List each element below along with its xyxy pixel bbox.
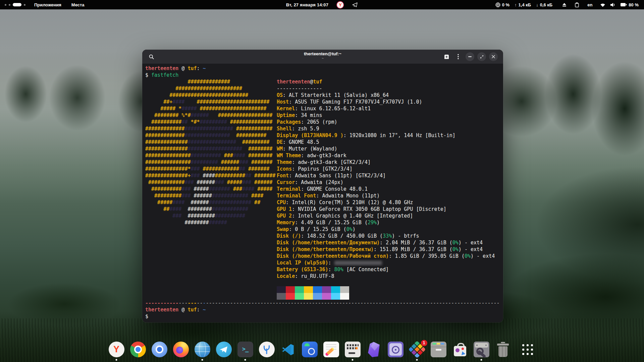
files-cabinet-icon	[431, 342, 446, 357]
password-safe-icon	[388, 342, 404, 357]
software-store-bag-icon	[452, 342, 468, 357]
keyboard-layout[interactable]: en	[587, 2, 592, 7]
running-indicator	[202, 359, 203, 361]
terminal-window: therteenten@tuf:~ ~	[142, 50, 503, 322]
running-indicator	[416, 359, 418, 361]
workspace-active-pill[interactable]	[13, 3, 21, 6]
battery-icon	[621, 3, 627, 6]
chromium-icon	[152, 342, 167, 357]
net-down-indicator[interactable]: ↓0,6 кБ	[536, 2, 552, 7]
workspace-dot[interactable]	[9, 4, 10, 6]
telegram-tray-icon[interactable]	[352, 2, 358, 7]
dock-item-vscode[interactable]	[280, 342, 296, 357]
arrow-up-icon: ↑	[515, 2, 517, 7]
workspace-dot[interactable]	[5, 4, 6, 6]
dock-item-coral-web-app[interactable]	[259, 342, 275, 357]
dock-item-telegram[interactable]	[216, 342, 232, 357]
dock-item-firefox[interactable]	[173, 342, 189, 357]
search-button[interactable]	[147, 52, 156, 61]
shell-cursor-line: $	[145, 313, 500, 320]
keyboard-icon	[345, 342, 361, 357]
menu-kebab-button[interactable]	[454, 52, 463, 61]
volume-icon[interactable]	[610, 3, 615, 7]
ascii-art-alt-logo: ############## ###################### ##…	[145, 78, 277, 226]
running-indicator	[352, 359, 354, 361]
separator-line: ----------------------------------------…	[145, 300, 500, 306]
obsidian-gem-icon	[366, 342, 382, 357]
dock-item-android-studio[interactable]	[302, 342, 318, 357]
maximize-button[interactable]	[477, 52, 486, 61]
minimize-button[interactable]	[466, 52, 474, 61]
coral-branch-icon	[259, 342, 275, 357]
battery-percent: 80 %	[629, 2, 639, 7]
clock[interactable]: Вт, 27 января 14:07	[286, 2, 328, 7]
telegram-icon	[216, 342, 232, 357]
vscode-icon	[280, 342, 296, 357]
battery-indicator[interactable]: 80 %	[621, 2, 639, 7]
window-subtitle: ~	[304, 57, 341, 61]
dock-item-yandex-browser[interactable]: Y	[109, 342, 124, 357]
dock-item-files[interactable]	[431, 342, 446, 357]
dock-item-text-editor[interactable]	[323, 342, 339, 357]
android-studio-icon	[302, 342, 318, 357]
menu-applications[interactable]: Приложения	[33, 2, 63, 8]
disk-utility-wrench-icon	[474, 342, 489, 357]
terminal-color-palette	[277, 286, 500, 300]
dock-item-console[interactable]: >_	[237, 342, 253, 357]
dock-item-disk-utility[interactable]	[474, 342, 489, 357]
desktop: Приложения Места Вт, 27 января 14:07 Y 0…	[0, 0, 644, 362]
running-indicator	[116, 359, 117, 361]
dock-item-mosaic-office[interactable]: 1	[409, 342, 425, 357]
cpu-percent: 0 %	[502, 2, 509, 7]
terminal-content[interactable]: therteenten @ tuf: ~ $ fastfetch #######…	[142, 64, 503, 321]
dock-item-keyboard[interactable]	[345, 342, 361, 357]
dock-item-app-grid[interactable]	[520, 342, 536, 357]
command-line: $ fastfetch	[145, 72, 500, 78]
new-tab-button[interactable]	[442, 52, 451, 61]
running-indicator	[481, 359, 482, 361]
net-up-indicator[interactable]: ↑1,4 кБ	[515, 2, 531, 7]
yandex-tray-icon[interactable]: Y	[337, 2, 343, 8]
dock-item-password-safe[interactable]	[388, 342, 404, 357]
clipboard-icon[interactable]	[575, 2, 579, 7]
yandex-letter: Y	[339, 2, 342, 7]
dock-item-obsidian[interactable]	[366, 342, 382, 357]
wifi-icon[interactable]	[600, 3, 605, 7]
net-down-value: 0,6 кБ	[540, 2, 553, 7]
workspace-dot[interactable]	[24, 4, 25, 6]
dock-item-gnome-web[interactable]	[195, 342, 210, 357]
fastfetch-info: therteenten@tuf---------------OS: ALT St…	[277, 78, 500, 280]
dock-item-trash[interactable]	[495, 342, 511, 357]
arrow-down-icon: ↓	[536, 2, 538, 7]
running-indicator	[245, 359, 246, 361]
yandex-browser-icon: Y	[109, 342, 124, 357]
top-bar: Приложения Места Вт, 27 января 14:07 Y 0…	[0, 0, 644, 9]
menu-places[interactable]: Места	[70, 2, 86, 8]
dock-item-chromium[interactable]	[152, 342, 167, 357]
dock-item-software-store[interactable]	[452, 342, 468, 357]
text-editor-pencil-icon	[323, 342, 339, 357]
window-title: therteenten@tuf:~	[304, 51, 341, 57]
trash-icon	[495, 342, 511, 357]
console-terminal-icon: >_	[237, 342, 253, 357]
cpu-indicator[interactable]: 0 %	[495, 2, 509, 7]
window-titlebar[interactable]: therteenten@tuf:~ ~	[142, 50, 503, 64]
notification-badge: 1	[421, 340, 427, 346]
net-up-value: 1,4 кБ	[519, 2, 531, 7]
dock-item-chrome[interactable]	[130, 342, 146, 357]
close-button[interactable]	[489, 52, 498, 61]
shell-prompt-line: therteenten @ tuf: ~	[145, 65, 500, 72]
cpu-chip-icon	[495, 2, 500, 7]
gnome-web-globe-icon	[195, 342, 210, 357]
dock: Y >_	[0, 342, 644, 357]
app-grid-icon	[520, 342, 536, 357]
workspace-indicator[interactable]	[5, 3, 25, 6]
eject-icon[interactable]	[562, 3, 567, 7]
shell-prompt-line: therteenten @ tuf: ~	[145, 306, 500, 313]
firefox-icon	[173, 342, 189, 357]
chrome-icon	[130, 342, 146, 357]
